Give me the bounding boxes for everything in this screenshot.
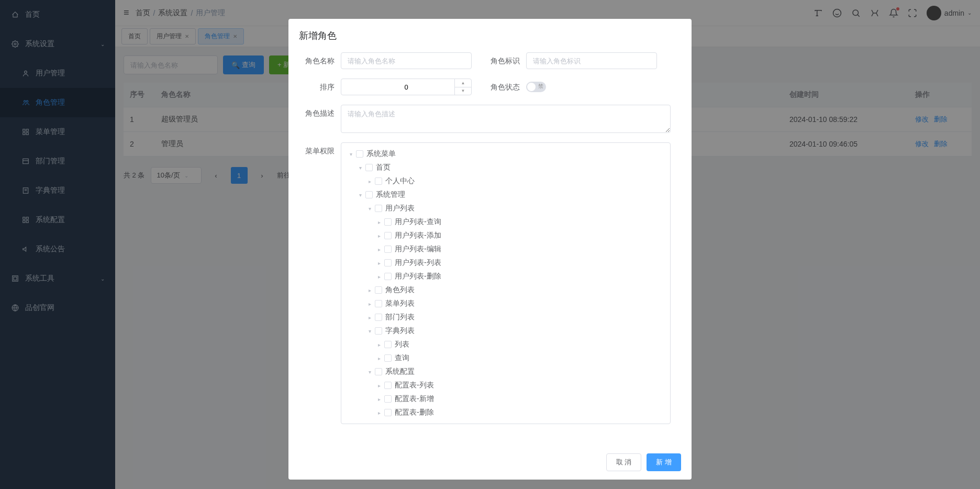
- tree-checkbox[interactable]: [384, 232, 392, 239]
- tree-label: 系统菜单: [366, 149, 396, 159]
- tree-node[interactable]: ▸个人中心: [341, 174, 670, 188]
- tree-checkbox[interactable]: [384, 409, 392, 416]
- tree-caret-icon[interactable]: ▾: [357, 165, 363, 171]
- tree-label: 用户列表-编辑: [395, 244, 441, 254]
- tree-label: 配置表-列表: [395, 381, 434, 390]
- tree-label: 配置表-删除: [395, 408, 434, 417]
- tree-checkbox[interactable]: [365, 191, 373, 198]
- tree-node[interactable]: ▸菜单列表: [341, 297, 670, 310]
- tree-label: 查询: [395, 353, 409, 363]
- modal-footer: 取 消 新 增: [288, 447, 692, 480]
- tree-caret-icon[interactable]: ▸: [366, 179, 373, 184]
- tree-caret-icon[interactable]: ▸: [376, 233, 382, 239]
- tree-caret-icon[interactable]: ▾: [348, 151, 354, 157]
- tree-checkbox[interactable]: [375, 177, 382, 185]
- label-role-name: 角色名称: [299, 52, 341, 69]
- tree-node[interactable]: ▾系统菜单: [341, 147, 670, 161]
- tree-node[interactable]: ▾系统管理: [341, 188, 670, 202]
- tree-node[interactable]: ▾首页: [341, 161, 670, 174]
- tree-checkbox[interactable]: [384, 273, 392, 280]
- cancel-button[interactable]: 取 消: [606, 453, 642, 471]
- tree-checkbox[interactable]: [384, 259, 392, 266]
- tree-caret-icon[interactable]: ▸: [376, 355, 382, 361]
- label-role-code: 角色标识: [484, 52, 526, 69]
- tree-checkbox[interactable]: [375, 300, 382, 307]
- label-desc: 角色描述: [299, 105, 341, 121]
- tree-node[interactable]: ▸部门列表: [341, 310, 670, 324]
- spinner-down[interactable]: ▼: [455, 87, 471, 95]
- tree-caret-icon[interactable]: ▸: [376, 342, 382, 348]
- tree-label: 系统管理: [376, 190, 405, 199]
- tree-caret-icon[interactable]: ▸: [376, 396, 382, 402]
- modal-body: 角色名称 角色标识 排序 ▲▼ 角色状态 禁 角色: [288, 48, 692, 447]
- role-name-input[interactable]: [341, 52, 472, 69]
- tree-label: 字典列表: [385, 326, 415, 336]
- tree-label: 部门列表: [385, 313, 415, 322]
- tree-checkbox[interactable]: [384, 246, 392, 253]
- tree-node[interactable]: ▸列表: [341, 338, 670, 351]
- label-status: 角色状态: [484, 79, 526, 95]
- tree-caret-icon[interactable]: ▸: [366, 315, 373, 320]
- tree-node[interactable]: ▾系统配置: [341, 365, 670, 379]
- add-role-dialog: 新增角色 角色名称 角色标识 排序 ▲▼ 角色状态 禁: [288, 19, 692, 480]
- tree-label: 用户列表-查询: [395, 217, 441, 227]
- tree-label: 用户列表-删除: [395, 272, 441, 281]
- tree-label: 个人中心: [385, 176, 415, 186]
- tree-node[interactable]: ▸配置表-删除: [341, 406, 670, 419]
- menu-tree: ▾系统菜单▾首页▸个人中心▾系统管理▾用户列表▸用户列表-查询▸用户列表-添加▸…: [341, 142, 671, 424]
- tree-caret-icon[interactable]: ▾: [366, 369, 373, 375]
- tree-node[interactable]: ▸用户列表-编辑: [341, 242, 670, 256]
- sort-input[interactable]: [341, 83, 471, 91]
- tree-node[interactable]: ▾用户列表: [341, 202, 670, 215]
- tree-label: 用户列表-列表: [395, 258, 441, 268]
- tree-node[interactable]: ▸用户列表-删除: [341, 270, 670, 283]
- tree-caret-icon[interactable]: ▸: [376, 383, 382, 388]
- tree-caret-icon[interactable]: ▾: [366, 328, 373, 334]
- status-toggle[interactable]: 禁: [526, 82, 546, 92]
- tree-label: 列表: [395, 340, 409, 349]
- tree-label: 用户列表-添加: [395, 231, 441, 240]
- tree-node[interactable]: ▸用户列表-列表: [341, 256, 670, 270]
- tree-caret-icon[interactable]: ▸: [366, 301, 373, 307]
- tree-checkbox[interactable]: [375, 327, 382, 335]
- tree-node[interactable]: ▸配置表-新增: [341, 392, 670, 406]
- tree-label: 首页: [376, 163, 391, 172]
- tree-caret-icon[interactable]: ▸: [366, 287, 373, 293]
- tree-checkbox[interactable]: [384, 395, 392, 403]
- tree-caret-icon[interactable]: ▸: [376, 274, 382, 280]
- spinner-up[interactable]: ▲: [455, 79, 471, 87]
- tree-checkbox[interactable]: [356, 150, 363, 158]
- tree-caret-icon[interactable]: ▸: [376, 219, 382, 225]
- tree-caret-icon[interactable]: ▸: [376, 247, 382, 252]
- tree-checkbox[interactable]: [384, 341, 392, 348]
- label-menu-perm: 菜单权限: [299, 142, 341, 159]
- tree-node[interactable]: ▸用户列表-查询: [341, 215, 670, 229]
- desc-textarea[interactable]: [341, 105, 671, 133]
- tree-caret-icon[interactable]: ▸: [376, 410, 382, 416]
- tree-label: 配置表-新增: [395, 394, 434, 404]
- sort-stepper[interactable]: ▲▼: [341, 79, 472, 95]
- tree-label: 系统配置: [385, 367, 415, 376]
- label-sort: 排序: [299, 79, 341, 95]
- tree-caret-icon[interactable]: ▾: [366, 206, 373, 212]
- tree-node[interactable]: ▸用户列表-添加: [341, 229, 670, 242]
- tree-checkbox[interactable]: [375, 286, 382, 294]
- tree-checkbox[interactable]: [384, 218, 392, 226]
- tree-checkbox[interactable]: [365, 164, 373, 171]
- tree-label: 菜单列表: [385, 299, 415, 308]
- tree-caret-icon[interactable]: ▸: [376, 260, 382, 266]
- modal-title: 新增角色: [288, 19, 692, 48]
- tree-node[interactable]: ▸查询: [341, 351, 670, 365]
- tree-checkbox[interactable]: [384, 354, 392, 362]
- tree-checkbox[interactable]: [375, 368, 382, 375]
- tree-checkbox[interactable]: [375, 314, 382, 321]
- tree-checkbox[interactable]: [384, 382, 392, 389]
- role-code-input[interactable]: [526, 52, 657, 69]
- tree-label: 角色列表: [385, 285, 415, 295]
- tree-checkbox[interactable]: [375, 205, 382, 212]
- tree-node[interactable]: ▸配置表-列表: [341, 379, 670, 392]
- tree-node[interactable]: ▾字典列表: [341, 324, 670, 338]
- tree-caret-icon[interactable]: ▾: [357, 192, 363, 198]
- tree-node[interactable]: ▸角色列表: [341, 283, 670, 297]
- confirm-button[interactable]: 新 增: [647, 453, 681, 471]
